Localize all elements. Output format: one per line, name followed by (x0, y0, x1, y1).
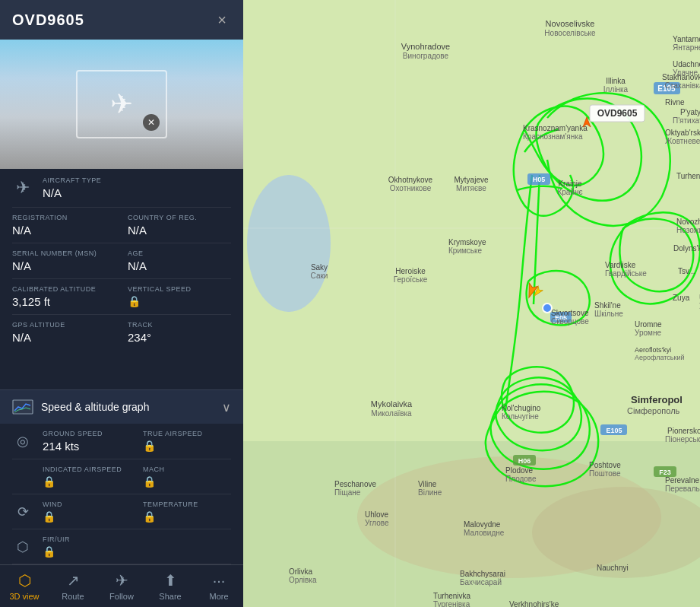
svg-text:Skvortsove: Skvortsove (551, 309, 589, 317)
svg-text:Уромне: Уромне (635, 329, 661, 337)
svg-text:Krainje: Krainje (558, 180, 582, 188)
close-button[interactable]: × (213, 11, 231, 29)
svg-text:Охотникове: Охотникове (390, 184, 432, 192)
age-label: AGE (128, 249, 231, 257)
serial-label: SERIAL NUMBER (MSN) (12, 249, 116, 257)
fir-col: FIR/UIR 🔒 (43, 535, 231, 558)
indicated-value: 🔒 (43, 475, 131, 488)
svg-text:Pionerskoye: Pionerskoye (667, 427, 700, 435)
svg-text:OVD9605: OVD9605 (597, 108, 638, 119)
indicated-row: ◎ INDICATED AIRSPEED 🔒 MACH 🔒 (12, 459, 231, 494)
svg-text:Mykolaivka: Mykolaivka (371, 399, 413, 408)
serial-value: N/A (12, 259, 116, 272)
svg-text:Shkil'ne: Shkil'ne (594, 301, 621, 310)
nav-follow[interactable]: ✈ Follow (97, 565, 146, 607)
aircraft-image: ✈ ✕ (0, 40, 243, 169)
nav-share[interactable]: ⬆ Share (146, 565, 195, 607)
svg-text:Перевальне: Перевальне (665, 485, 700, 493)
ground-speed-value: 214 kts (43, 440, 131, 453)
svg-text:Peschanove: Peschanove (334, 480, 376, 488)
svg-text:Dolyns'ke: Dolyns'ke (673, 244, 700, 253)
track-label: TRACK (128, 321, 231, 329)
more-icon: ··· (213, 572, 226, 590)
svg-text:Bakhchysarai: Bakhchysarai (460, 570, 505, 578)
age-col: AGE N/A (128, 249, 231, 272)
airplane-icon: ✈ (110, 88, 133, 120)
bottom-nav: ⬡ 3D view ↗ Route ✈ Follow ⬆ Share ··· M… (0, 564, 243, 607)
svg-text:Verkhnohirs'ke: Verkhnohirs'ke (509, 600, 559, 607)
indicated-label: INDICATED AIRSPEED (43, 466, 131, 473)
ground-speed-label: GROUND SPEED (43, 430, 131, 437)
altitude-row: CALIBRATED ALTITUDE 3,125 ft VERTICAL SP… (12, 279, 231, 315)
svg-text:Шкільне: Шкільне (594, 310, 623, 318)
nav-more[interactable]: ··· More (195, 565, 243, 607)
svg-text:F23: F23 (659, 469, 671, 476)
svg-text:Іллінка: Іллінка (603, 85, 629, 94)
fir-label: FIR/UIR (43, 535, 231, 543)
svg-text:Піонерське: Піонерське (665, 435, 700, 443)
svg-text:Крайнє: Крайнє (557, 188, 582, 196)
registration-label: REGISTRATION (12, 214, 116, 221)
svg-text:P'yatykhatka: P'yatykhatka (680, 108, 700, 116)
svg-text:Піщане: Піщане (334, 488, 361, 497)
svg-point-2 (247, 175, 331, 312)
svg-text:Simferopol: Simferopol (631, 394, 683, 405)
svg-text:Виноградове: Виноградове (403, 52, 449, 60)
svg-text:Аерофлатський: Аерофлатський (635, 354, 685, 361)
svg-text:Oktyab'rskoye: Oktyab'rskoye (665, 129, 700, 137)
altitude-col: CALIBRATED ALTITUDE 3,125 ft (12, 285, 116, 308)
serial-row: SERIAL NUMBER (MSN) N/A AGE N/A (12, 243, 231, 279)
share-label: Share (159, 592, 181, 601)
svg-text:Rivne: Rivne (665, 98, 685, 106)
true-airspeed-col: TRUE AIRSPEED 🔒 (143, 430, 231, 453)
svg-text:Плодове: Плодове (505, 475, 537, 483)
svg-text:Tsv...: Tsv... (678, 267, 695, 275)
svg-text:Жовтневе: Жовтневе (665, 137, 700, 145)
svg-text:Aeroflots'kyi: Aeroflots'kyi (635, 346, 671, 354)
svg-text:Nauchnyi: Nauchnyi (597, 564, 629, 572)
graph-section[interactable]: Speed & altitude graph ∨ (0, 389, 243, 424)
track-value: 234° (128, 331, 231, 344)
svg-text:Орлівка: Орлівка (289, 576, 317, 584)
aircraft-type-info: AIRCRAFT TYPE N/A (43, 176, 231, 199)
registration-col: REGISTRATION N/A (12, 214, 116, 237)
altitude-label: CALIBRATED ALTITUDE (12, 285, 116, 293)
svg-text:Kol'chugino: Kol'chugino (502, 404, 541, 412)
fir-cols: FIR/UIR 🔒 (43, 535, 231, 558)
wind-cols: WIND 🔒 TEMPERATURE 🔒 (43, 501, 231, 523)
svg-text:Poshtove: Poshtove (589, 461, 621, 469)
svg-text:Маловидне: Маловидне (464, 529, 505, 537)
svg-text:Orlivka: Orlivka (289, 567, 313, 576)
fir-row: ⬡ FIR/UIR 🔒 (12, 529, 231, 564)
panel-title: OVD9605 (12, 11, 84, 29)
svg-text:Okhotnykove: Okhotnykove (388, 176, 433, 184)
serial-col: SERIAL NUMBER (MSN) N/A (12, 249, 116, 272)
svg-text:Turhenieve: Turhenieve (676, 172, 700, 180)
panel-header: OVD9605 × (0, 0, 243, 40)
speed-icon: ◎ (12, 433, 33, 450)
image-placeholder: ✈ ✕ (76, 70, 167, 138)
nav-route[interactable]: ↗ Route (49, 565, 97, 607)
nav-3d-view[interactable]: ⬡ 3D view (0, 565, 49, 607)
svg-text:Героїське: Героїське (394, 275, 428, 284)
svg-text:H05: H05 (533, 176, 546, 183)
wind-row: ⟳ WIND 🔒 TEMPERATURE 🔒 (12, 494, 231, 529)
svg-text:Бахчисарай: Бахчисарай (460, 578, 502, 586)
country-col: COUNTRY OF REG. N/A (128, 214, 231, 237)
mach-value: 🔒 (143, 475, 231, 488)
route-label: Route (62, 592, 84, 601)
gps-row: GPS ALTITUDE N/A TRACK 234° (12, 315, 231, 350)
svg-text:Uromne: Uromne (635, 320, 662, 329)
map-area[interactable]: E105 H05 E05 E105 H06 F23 Novoselіvske Н… (243, 0, 700, 607)
svg-text:Novozhilivka: Novozhilivka (676, 218, 700, 226)
gps-col: GPS ALTITUDE N/A (12, 321, 116, 344)
svg-text:H06: H06 (518, 457, 531, 465)
wind-col: WIND 🔒 (43, 501, 131, 523)
speed-section: ◎ GROUND SPEED 214 kts TRUE AIRSPEED 🔒 ◎… (0, 424, 243, 564)
svg-text:Миколаївка: Миколаївка (371, 409, 412, 418)
svg-text:Perevalne: Perevalne (665, 476, 699, 485)
svg-text:Malovydne: Malovydne (464, 520, 501, 529)
wind-icon: ⟳ (12, 504, 33, 520)
svg-text:Сімферополь: Сімферополь (627, 406, 680, 415)
registration-value: N/A (12, 224, 116, 237)
